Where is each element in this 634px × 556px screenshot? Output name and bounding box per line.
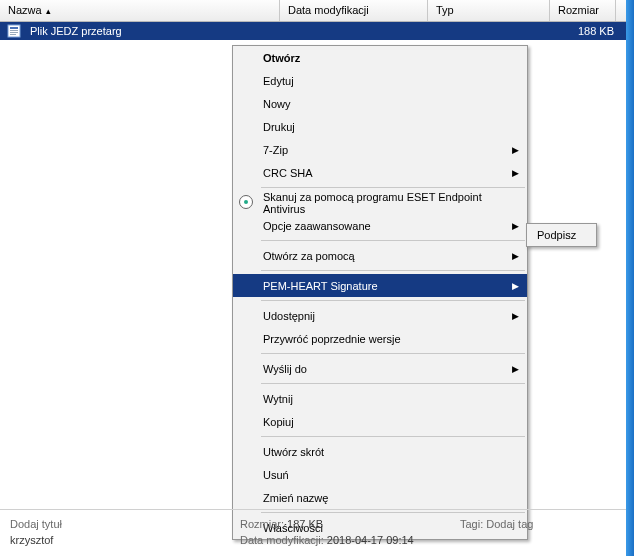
menu-delete[interactable]: Usuń (233, 463, 527, 486)
menu-separator (261, 353, 525, 354)
svg-rect-1 (10, 27, 18, 29)
submenu-arrow-icon: ▶ (512, 364, 519, 374)
menu-edit[interactable]: Edytuj (233, 69, 527, 92)
context-menu: Otwórz Edytuj Nowy Drukuj 7-Zip▶ CRC SHA… (232, 45, 528, 540)
pem-heart-submenu: Podpisz (526, 223, 597, 247)
menu-crcsha[interactable]: CRC SHA▶ (233, 161, 527, 184)
menu-separator (261, 436, 525, 437)
menu-separator (261, 187, 525, 188)
submenu-arrow-icon: ▶ (512, 311, 519, 321)
details-tags-label: Tagi: (460, 518, 483, 530)
details-size-value: 187 KB (287, 518, 323, 530)
menu-cut[interactable]: Wytnij (233, 387, 527, 410)
submenu-arrow-icon: ▶ (512, 281, 519, 291)
submenu-arrow-icon: ▶ (512, 145, 519, 155)
file-icon (0, 24, 28, 38)
details-author: krzysztof (10, 534, 53, 546)
file-row[interactable]: Plik JEDZ przetarg 188 KB (0, 22, 634, 40)
svg-rect-4 (10, 34, 16, 35)
menu-send-to[interactable]: Wyślij do▶ (233, 357, 527, 380)
menu-rename[interactable]: Zmień nazwę (233, 486, 527, 509)
svg-rect-2 (10, 30, 18, 31)
window-chrome-edge (626, 0, 634, 556)
submenu-sign[interactable]: Podpisz (527, 224, 596, 246)
details-date-label: Data modyfikacji: (240, 534, 324, 546)
menu-separator (261, 240, 525, 241)
submenu-arrow-icon: ▶ (512, 221, 519, 231)
menu-separator (261, 383, 525, 384)
menu-create-shortcut[interactable]: Utwórz skrót (233, 440, 527, 463)
details-pane: Dodaj tytuł Rozmiar: 187 KB Tagi: Dodaj … (0, 509, 626, 556)
menu-open[interactable]: Otwórz (233, 46, 527, 69)
details-date-value: 2018-04-17 09:14 (327, 534, 414, 546)
column-header-row: Nazwa Data modyfikacji Typ Rozmiar (0, 0, 634, 22)
menu-print[interactable]: Drukuj (233, 115, 527, 138)
menu-eset-scan[interactable]: Skanuj za pomocą programu ESET Endpoint … (233, 191, 527, 214)
menu-separator (261, 300, 525, 301)
menu-new[interactable]: Nowy (233, 92, 527, 115)
column-type[interactable]: Typ (428, 0, 550, 21)
details-tags-value[interactable]: Dodaj tag (486, 518, 533, 530)
details-title-label[interactable]: Dodaj tytuł (10, 518, 62, 530)
details-size-label: Rozmiar: (240, 518, 284, 530)
menu-restore-versions[interactable]: Przywróć poprzednie wersje (233, 327, 527, 350)
menu-separator (261, 270, 525, 271)
submenu-arrow-icon: ▶ (512, 251, 519, 261)
column-size[interactable]: Rozmiar (550, 0, 616, 21)
svg-rect-3 (10, 32, 18, 33)
menu-7zip[interactable]: 7-Zip▶ (233, 138, 527, 161)
menu-open-with[interactable]: Otwórz za pomocą▶ (233, 244, 527, 267)
menu-advanced-options[interactable]: Opcje zaawansowane▶ (233, 214, 527, 237)
menu-share[interactable]: Udostępnij▶ (233, 304, 527, 327)
column-date[interactable]: Data modyfikacji (280, 0, 428, 21)
eset-shield-icon (239, 195, 253, 209)
menu-copy[interactable]: Kopiuj (233, 410, 527, 433)
column-name[interactable]: Nazwa (0, 0, 280, 21)
svg-point-5 (244, 200, 248, 204)
file-name: Plik JEDZ przetarg (28, 25, 280, 37)
submenu-arrow-icon: ▶ (512, 168, 519, 178)
menu-pem-heart[interactable]: PEM-HEART Signature▶ (233, 274, 527, 297)
